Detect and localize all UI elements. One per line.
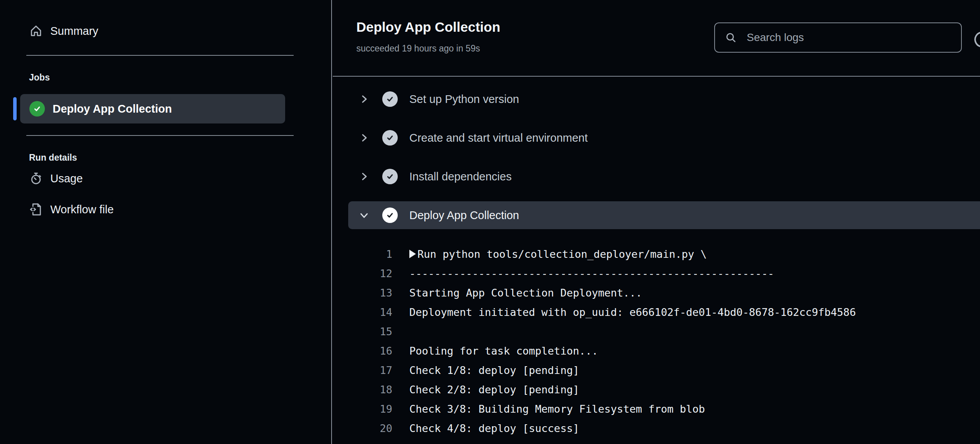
check-circle-icon (382, 130, 398, 146)
step-label: Deploy App Collection (409, 209, 519, 222)
log-line-17: 17Check 1/8: deploy [pending] (333, 360, 980, 380)
check-circle-icon (382, 207, 398, 223)
run-details-section-label: Run details (29, 153, 331, 163)
log-line-text: Starting App Collection Deployment... (409, 287, 642, 299)
check-circle-icon (382, 91, 398, 107)
sidebar-item-usage[interactable]: Usage (20, 163, 331, 194)
step-row-3[interactable]: Install dependencies (333, 157, 980, 196)
sidebar-divider (26, 135, 294, 136)
sidebar: Summary Jobs Deploy App Collection Run d… (0, 0, 332, 444)
log-line-16: 16Pooling for task completion... (333, 341, 980, 360)
log-line-1: 1Run python tools/collection_deployer/ma… (333, 244, 980, 264)
log-lines: 1Run python tools/collection_deployer/ma… (333, 244, 980, 438)
job-status-summary: succeeded 19 hours ago in 59s (356, 43, 480, 54)
step-label: Set up Python version (409, 93, 519, 106)
log-line-number[interactable]: 17 (333, 364, 392, 376)
log-line-number[interactable]: 16 (333, 345, 392, 357)
log-line-number[interactable]: 14 (333, 306, 392, 318)
search-logs-box (714, 22, 962, 53)
log-line-15: 15 (333, 322, 980, 341)
sidebar-item-summary[interactable]: Summary (20, 19, 331, 43)
log-line-text: Deployment initiated with op_uuid: e6661… (409, 306, 856, 318)
log-line-number[interactable]: 12 (333, 267, 392, 279)
sidebar-item-label: Workflow file (50, 203, 114, 216)
job-label: Deploy App Collection (53, 103, 172, 115)
home-icon (29, 24, 43, 38)
log-line-number[interactable]: 20 (333, 422, 392, 434)
selected-job-accent-bar (13, 97, 17, 120)
step-row-1[interactable]: Set up Python version (333, 80, 980, 118)
step-row-2[interactable]: Create and start virtual environment (333, 118, 980, 157)
sidebar-divider (26, 55, 294, 56)
stopwatch-icon (29, 171, 43, 186)
sidebar-item-workflow-file[interactable]: Workflow file (20, 194, 331, 225)
log-line-12: 12--------------------------------------… (333, 264, 980, 283)
log-line-19: 19Check 3/8: Building Memory Filesystem … (333, 399, 980, 418)
run-arrow-icon (409, 250, 416, 258)
step-row-4[interactable]: Deploy App Collection (333, 196, 980, 235)
check-circle-icon (382, 169, 398, 184)
sidebar-item-label: Usage (50, 172, 83, 185)
sidebar-item-job-deploy-app-collection[interactable]: Deploy App Collection (20, 94, 285, 123)
log-line-number[interactable]: 15 (333, 326, 392, 338)
log-line-text: Check 3/8: Building Memory Filesystem fr… (409, 403, 705, 415)
jobs-section-label: Jobs (29, 72, 331, 83)
log-line-number[interactable]: 1 (333, 248, 392, 260)
search-icon (725, 32, 737, 43)
chevron-right-icon[interactable] (359, 94, 369, 105)
log-line-number[interactable]: 19 (333, 403, 392, 415)
search-logs-input[interactable] (747, 31, 932, 44)
file-code-icon (29, 202, 43, 217)
log-panel: Deploy App Collection succeeded 19 hours… (333, 0, 980, 444)
job-header: Deploy App Collection succeeded 19 hours… (333, 0, 980, 77)
log-line-text: Check 4/8: deploy [success] (409, 422, 579, 434)
success-check-icon (29, 101, 45, 117)
sidebar-item-label: Summary (50, 25, 98, 38)
step-label: Create and start virtual environment (409, 132, 588, 144)
log-line-13: 13Starting App Collection Deployment... (333, 283, 980, 302)
chevron-down-icon[interactable] (359, 210, 369, 221)
log-line-text: Check 1/8: deploy [pending] (409, 364, 579, 376)
log-line-14: 14Deployment initiated with op_uuid: e66… (333, 302, 980, 322)
log-line-number[interactable]: 13 (333, 287, 392, 299)
log-line-text: Check 2/8: deploy [pending] (409, 384, 579, 396)
log-line-20: 20Check 4/8: deploy [success] (333, 418, 980, 438)
log-line-text: Run python tools/collection_deployer/mai… (409, 248, 707, 260)
log-line-text: ----------------------------------------… (409, 267, 774, 279)
page-title: Deploy App Collection (356, 19, 500, 35)
chevron-right-icon[interactable] (359, 171, 369, 182)
step-label: Install dependencies (409, 170, 511, 183)
refresh-icon[interactable] (971, 28, 980, 50)
log-line-text: Pooling for task completion... (409, 345, 598, 357)
chevron-right-icon[interactable] (359, 132, 369, 143)
log-line-number[interactable]: 18 (333, 384, 392, 396)
steps-list: Set up Python versionCreate and start vi… (333, 77, 980, 235)
log-line-18: 18Check 2/8: deploy [pending] (333, 380, 980, 399)
